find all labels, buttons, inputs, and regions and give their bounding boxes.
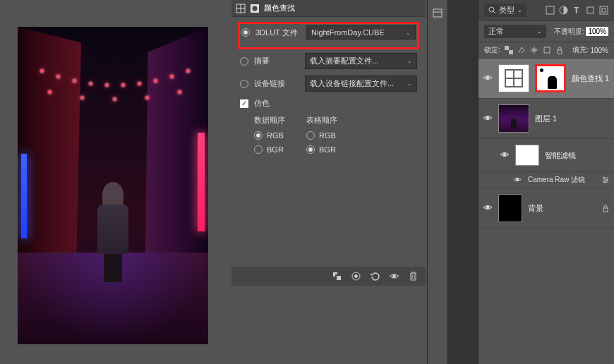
lock-transparency-icon[interactable] bbox=[505, 46, 513, 54]
reset-icon[interactable] bbox=[370, 271, 380, 281]
smart-filters-group[interactable]: 智能滤镜 bbox=[478, 139, 614, 172]
layer-background[interactable]: 背景 bbox=[478, 188, 614, 229]
lock-label: 锁定: bbox=[484, 45, 500, 55]
panel-title: 颜色查找 bbox=[264, 3, 295, 13]
layer-thumb[interactable] bbox=[498, 194, 522, 222]
svg-point-32 bbox=[603, 177, 605, 178]
lock-pixels-icon[interactable] bbox=[517, 46, 526, 54]
panel-footer bbox=[231, 267, 426, 286]
filter-smart-icon[interactable] bbox=[599, 6, 608, 15]
radio-abstract[interactable] bbox=[240, 57, 248, 66]
dropdown-device-link[interactable]: 载入设备链接配置文件... ⌄ bbox=[305, 75, 417, 92]
chevron-down-icon: ⌄ bbox=[406, 30, 411, 36]
chevron-down-icon: ⌄ bbox=[407, 58, 412, 64]
svg-point-34 bbox=[604, 181, 606, 183]
image-content bbox=[18, 27, 208, 344]
layers-panel: 类型 ⌄ T 正常 ⌄ 不透明度: 100% 锁定: 填充: 100% bbox=[478, 0, 614, 364]
trash-icon[interactable] bbox=[408, 271, 419, 281]
blend-mode-row: 正常 ⌄ 不透明度: 100% bbox=[478, 21, 614, 42]
radio-table-bgr[interactable] bbox=[306, 145, 315, 154]
filter-pixel-icon[interactable] bbox=[546, 6, 555, 15]
layer-name[interactable]: 背景 bbox=[528, 203, 543, 214]
svg-rect-15 bbox=[587, 7, 594, 13]
radio-device-link[interactable] bbox=[240, 80, 248, 88]
svg-point-27 bbox=[503, 153, 506, 156]
clip-to-layer-icon[interactable] bbox=[332, 271, 342, 281]
svg-point-35 bbox=[486, 206, 489, 209]
radio-3dlut[interactable] bbox=[241, 28, 250, 37]
visibility-icon[interactable] bbox=[389, 271, 399, 281]
filter-shape-icon[interactable] bbox=[586, 6, 595, 15]
layer-layer1[interactable]: 图层 1 bbox=[478, 99, 614, 139]
svg-point-10 bbox=[489, 7, 494, 12]
lock-row: 锁定: 填充: 100% bbox=[478, 42, 614, 59]
canvas-area bbox=[0, 0, 233, 364]
svg-rect-17 bbox=[602, 8, 606, 12]
label-3dlut: 3DLUT 文件 bbox=[255, 28, 301, 38]
view-previous-state-icon[interactable] bbox=[351, 271, 361, 281]
label-dither: 仿色 bbox=[254, 98, 270, 109]
layer-filter-row: 类型 ⌄ T bbox=[478, 0, 614, 21]
dropdown-3dlut-file[interactable]: NightFromDay.CUBE ⌄ bbox=[306, 25, 416, 40]
radio-data-rgb[interactable] bbox=[254, 131, 263, 140]
workspace-gap bbox=[448, 0, 478, 364]
filter-camera-raw[interactable]: Camera Raw 滤镜 bbox=[478, 172, 614, 188]
data-order-title: 数据顺序 bbox=[254, 115, 285, 126]
panel-tab-header[interactable]: 颜色查找 bbox=[231, 0, 426, 17]
visibility-toggle[interactable] bbox=[512, 176, 522, 184]
svg-rect-19 bbox=[509, 50, 513, 54]
mask-thumb-highlighted[interactable] bbox=[535, 64, 566, 92]
properties-panel: 颜色查找 3DLUT 文件 NightFromDay.CUBE ⌄ 摘要 载入摘… bbox=[231, 0, 426, 286]
layer-list: 颜色查找 1 图层 1 智能滤镜 Camera Raw 滤镜 bbox=[478, 59, 614, 229]
smart-filters-label: 智能滤镜 bbox=[545, 150, 576, 161]
fill-label: 填充: bbox=[572, 45, 589, 55]
filter-name: Camera Raw 滤镜 bbox=[528, 175, 585, 185]
filter-kind-dropdown[interactable]: 类型 ⌄ bbox=[484, 4, 526, 17]
visibility-toggle[interactable] bbox=[483, 74, 493, 83]
opacity-value[interactable]: 100% bbox=[586, 27, 608, 36]
layer-thumb[interactable] bbox=[498, 104, 529, 133]
radio-table-rgb[interactable] bbox=[306, 131, 315, 140]
svg-rect-8 bbox=[433, 9, 442, 17]
visibility-toggle[interactable] bbox=[483, 204, 493, 212]
svg-rect-21 bbox=[558, 50, 562, 54]
svg-line-11 bbox=[493, 11, 495, 13]
svg-rect-36 bbox=[603, 208, 608, 212]
lock-all-icon[interactable] bbox=[555, 46, 564, 54]
adjustment-thumb[interactable] bbox=[498, 64, 529, 92]
lock-position-icon[interactable] bbox=[530, 46, 538, 54]
dropdown-abstract[interactable]: 载入摘要配置文件... ⌄ bbox=[305, 53, 417, 69]
filter-type-icon[interactable]: T bbox=[572, 6, 582, 15]
filter-adjustment-icon[interactable] bbox=[559, 6, 568, 15]
filter-mask-thumb[interactable] bbox=[515, 145, 539, 166]
svg-point-28 bbox=[516, 178, 518, 180]
collapsed-dock[interactable] bbox=[427, 0, 448, 364]
layer-name[interactable]: 图层 1 bbox=[535, 114, 557, 124]
label-abstract: 摘要 bbox=[254, 56, 299, 66]
layer-name[interactable]: 颜色查找 1 bbox=[572, 73, 609, 84]
radio-data-bgr[interactable] bbox=[254, 145, 263, 154]
visibility-toggle[interactable] bbox=[500, 151, 510, 159]
fill-value[interactable]: 100% bbox=[590, 47, 608, 54]
document-canvas[interactable] bbox=[18, 27, 208, 344]
svg-rect-18 bbox=[505, 46, 509, 50]
svg-rect-20 bbox=[544, 47, 550, 53]
visibility-toggle[interactable] bbox=[483, 114, 493, 123]
filter-options-icon[interactable] bbox=[601, 176, 610, 184]
svg-point-22 bbox=[486, 76, 489, 79]
svg-rect-16 bbox=[600, 6, 608, 14]
history-icon[interactable] bbox=[432, 7, 443, 18]
grid-icon bbox=[236, 4, 246, 13]
lock-artboard-icon[interactable] bbox=[543, 46, 551, 54]
svg-rect-12 bbox=[546, 6, 554, 14]
svg-point-4 bbox=[253, 6, 258, 11]
svg-point-6 bbox=[355, 275, 358, 278]
checkbox-dither[interactable]: ✓ bbox=[240, 99, 248, 108]
search-icon bbox=[488, 6, 496, 14]
mask-icon bbox=[250, 4, 260, 13]
opacity-label: 不透明度: bbox=[554, 27, 584, 37]
layer-color-lookup[interactable]: 颜色查找 1 bbox=[478, 59, 614, 99]
lock-icon[interactable] bbox=[601, 204, 610, 212]
chevron-down-icon: ⌄ bbox=[407, 80, 412, 87]
blend-mode-dropdown[interactable]: 正常 ⌄ bbox=[484, 25, 546, 38]
